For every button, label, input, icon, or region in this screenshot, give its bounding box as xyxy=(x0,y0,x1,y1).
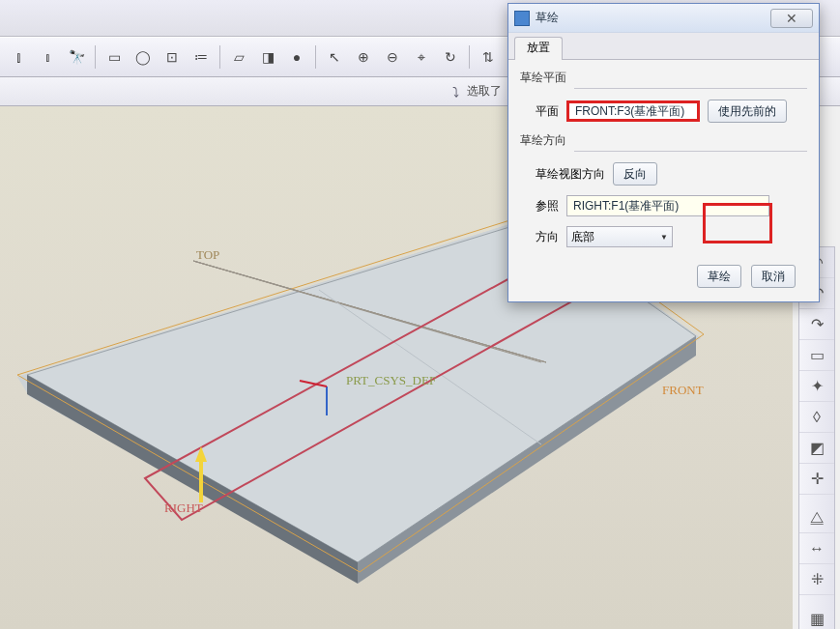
refresh-icon[interactable]: ↻ xyxy=(438,44,463,70)
chevron-down-icon: ▼ xyxy=(660,233,668,242)
orientation-combo[interactable]: 底部 ▼ xyxy=(566,226,673,247)
toolbar-separator xyxy=(95,45,96,69)
binoculars-icon[interactable]: 🔭 xyxy=(64,44,89,70)
split-horz-icon[interactable]: ⫾ xyxy=(35,44,60,70)
grid-icon[interactable]: ▦ xyxy=(799,603,834,629)
divider xyxy=(574,151,807,152)
use-previous-label: 使用先前的 xyxy=(718,103,776,120)
region-icon[interactable]: ◩ xyxy=(799,433,834,464)
close-icon: ✕ xyxy=(786,11,797,26)
svg-text:TOP: TOP xyxy=(196,247,219,262)
divider xyxy=(574,88,807,89)
curve-rt-icon[interactable]: ↷ xyxy=(799,309,834,340)
dialog-close-button[interactable]: ✕ xyxy=(770,9,813,28)
dialog-title: 草绘 xyxy=(536,10,770,26)
reverse-label: 反向 xyxy=(623,166,647,183)
zoom-fit-icon[interactable]: ⌖ xyxy=(409,44,434,70)
reference-label: 参照 xyxy=(536,198,559,214)
arrow-cursor-icon[interactable]: ↖ xyxy=(322,44,347,70)
pattern-icon[interactable]: ⁜ xyxy=(799,564,834,595)
cancel-button-label: 取消 xyxy=(762,269,785,285)
dialog-tabstrip: 放置 xyxy=(508,33,819,60)
reverse-button[interactable]: 反向 xyxy=(613,162,657,186)
selection-status-label: 选取了 xyxy=(467,83,502,100)
csys-icon[interactable]: ✛ xyxy=(799,464,834,495)
rail-separator xyxy=(799,595,834,603)
box-select-icon[interactable]: ▭ xyxy=(101,44,127,70)
sketch-plane-icon[interactable]: ◊ xyxy=(799,402,834,433)
rail-separator xyxy=(799,495,834,502)
tab-placement[interactable]: 放置 xyxy=(514,37,563,60)
ref-tool-icon[interactable]: ✦ xyxy=(799,371,834,402)
mirror-icon[interactable]: ⧋ xyxy=(799,502,834,533)
orientation-label: 方向 xyxy=(536,229,559,245)
svg-text:PRT_CSYS_DEF: PRT_CSYS_DEF xyxy=(346,373,436,387)
sketch-button-label: 草绘 xyxy=(708,269,731,285)
plane-label: 平面 xyxy=(536,103,559,120)
toolbar-separator xyxy=(219,45,220,69)
svg-text:FRONT: FRONT xyxy=(662,383,704,397)
plane-input[interactable]: FRONT:F3(基准平面) xyxy=(566,100,700,122)
feature-tool-rail: ◠↶↷▭✦◊◩✛⧋↔⁜▦ xyxy=(798,246,835,629)
plane-value: FRONT:F3(基准平面) xyxy=(575,103,684,120)
node-select-icon[interactable]: ⊡ xyxy=(159,44,185,70)
sphere-icon[interactable]: ● xyxy=(284,44,309,70)
sketch-button[interactable]: 草绘 xyxy=(697,265,741,288)
align-icon[interactable]: ↔ xyxy=(799,533,834,564)
group-sketch-dir-label: 草绘方向 xyxy=(520,132,566,149)
cancel-button[interactable]: 取消 xyxy=(751,265,796,288)
reference-input[interactable]: RIGHT:F1(基准平面) xyxy=(566,195,769,216)
dialog-icon xyxy=(514,11,530,26)
zoom-out-icon[interactable]: ⊖ xyxy=(380,44,405,70)
orient-icon[interactable]: ⇅ xyxy=(476,44,501,70)
filter-icon[interactable]: ≔ xyxy=(188,44,214,70)
zoom-in-icon[interactable]: ⊕ xyxy=(351,44,376,70)
cube-shaded-icon[interactable]: ◨ xyxy=(255,44,280,70)
cube-wire-icon[interactable]: ▱ xyxy=(226,44,251,70)
group-sketch-plane-label: 草绘平面 xyxy=(520,70,566,86)
split-vert-icon[interactable]: ⫿ xyxy=(6,44,31,70)
plane-tool-icon[interactable]: ▭ xyxy=(799,340,834,371)
sketch-dialog: 草绘 ✕ 放置 草绘平面 平面 FRONT:F3(基准平面) 使用先前的 草绘方… xyxy=(507,3,820,302)
reference-value: RIGHT:F1(基准平面) xyxy=(573,198,679,214)
orientation-value: 底部 xyxy=(571,229,594,245)
toolbar-separator xyxy=(315,45,316,69)
select-cursor-icon: ⤵ xyxy=(452,84,459,100)
lasso-icon[interactable]: ◯ xyxy=(130,44,156,70)
view-direction-label: 草绘视图方向 xyxy=(536,166,605,183)
dialog-titlebar[interactable]: 草绘 ✕ xyxy=(508,4,819,33)
svg-text:RIGHT: RIGHT xyxy=(164,500,203,515)
tab-placement-label: 放置 xyxy=(527,41,550,54)
toolbar-separator xyxy=(469,45,470,69)
use-previous-button[interactable]: 使用先前的 xyxy=(708,100,787,123)
